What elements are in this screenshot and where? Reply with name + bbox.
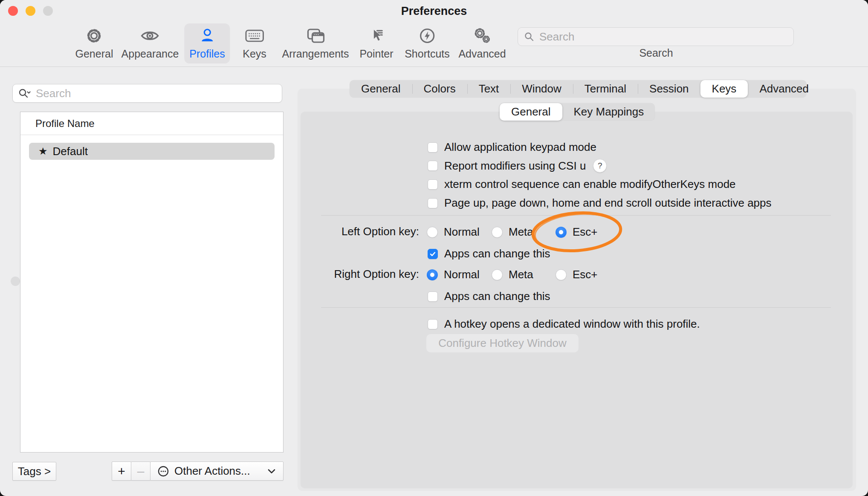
checkbox-label: xterm control sequence can enable modify… [444,178,736,191]
toolbar-item-label: Arrangements [282,48,349,60]
checkbox-right-apps-can-change[interactable]: Apps can change this [428,290,550,303]
radio-right-meta[interactable]: Meta [492,268,533,281]
check-icon [429,250,437,258]
toolbar-item-shortcuts[interactable]: Shortcuts [399,23,455,63]
radio-label: Meta [509,268,533,281]
toolbar-item-label: General [75,48,113,60]
tab-keys[interactable]: Keys [700,80,748,98]
profile-tab-bar: General Colors Text Window Terminal Sess… [350,80,807,98]
toolbar-item-profiles[interactable]: Profiles [184,23,230,63]
search-menu-icon [18,88,31,99]
window-edge-dot [11,277,20,286]
radio-left-meta[interactable]: Meta [492,225,533,239]
tab-colors[interactable]: Colors [412,80,467,98]
profile-name: Default [53,145,88,158]
toolbar-item-label: Keys [243,48,266,60]
checkbox-row-modifyotherkeys[interactable]: xterm control sequence can enable modify… [428,178,736,191]
checkbox-label: Apps can change this [444,290,550,303]
checkbox-row-page-scroll[interactable]: Page up, page down, home and end scroll … [428,196,772,210]
section-divider [321,307,831,308]
gear-icon [84,26,104,46]
tab-advanced[interactable]: Advanced [748,80,820,98]
radio-label: Meta [509,225,533,239]
tab-general[interactable]: General [350,80,412,98]
toolbar-search-field[interactable] [518,27,794,46]
lightning-circle-icon [417,26,437,46]
toolbar-item-appearance[interactable]: Appearance [116,23,184,63]
add-profile-button[interactable]: + [112,461,131,481]
radio-unchecked-icon[interactable] [492,269,503,280]
profile-row-default[interactable]: ★ Default [29,143,275,160]
checkbox-label: A hotkey opens a dedicated window with t… [444,317,700,331]
search-icon [524,32,534,42]
toolbar-item-advanced[interactable]: Advanced [453,23,511,63]
toolbar-item-keys[interactable]: Keys [237,23,272,63]
tab-session[interactable]: Session [638,80,700,98]
right-option-key-label: Right Option key: [298,268,419,281]
keys-subtab-bar: General Key Mappings [500,103,655,121]
other-actions-dropdown[interactable]: Other Actions... [150,461,284,481]
radio-checked-icon[interactable] [556,227,567,238]
toolbar-search-input[interactable] [538,30,787,44]
checkbox-row-keypad-mode[interactable]: Allow application keypad mode [428,141,596,154]
windows-icon [306,26,325,46]
checkbox-unchecked-icon[interactable] [428,161,438,171]
checkbox-row-csi-u[interactable]: Report modifiers using CSI u ? [428,159,607,173]
eye-icon [140,26,160,46]
section-divider [321,215,831,216]
tab-terminal[interactable]: Terminal [573,80,638,98]
radio-left-esc[interactable]: Esc+ [556,225,598,239]
chevron-down-icon [267,468,276,475]
radio-checked-icon[interactable] [427,269,438,280]
checkbox-label: Allow application keypad mode [444,141,596,154]
tags-button[interactable]: Tags > [12,462,56,481]
left-option-key-label: Left Option key: [298,225,419,238]
toolbar-item-pointer[interactable]: Pointer [354,23,398,63]
radio-unchecked-icon[interactable] [556,269,567,280]
person-icon [197,26,217,46]
radio-unchecked-icon[interactable] [427,227,438,238]
tab-text[interactable]: Text [467,80,511,98]
radio-right-esc[interactable]: Esc+ [556,268,598,281]
star-icon: ★ [38,146,48,156]
ellipsis-circle-icon [157,465,169,477]
checkbox-unchecked-icon[interactable] [428,291,438,302]
preferences-window: Preferences General Appearance [0,0,868,496]
checkbox-unchecked-icon[interactable] [428,179,438,190]
toolbar-item-label: Profiles [189,48,225,60]
radio-left-normal[interactable]: Normal [427,225,480,239]
radio-label: Esc+ [573,225,598,239]
configure-hotkey-window-button[interactable]: Configure Hotkey Window [426,334,579,352]
profile-list: Profile Name ★ Default [20,112,284,453]
checkbox-label: Apps can change this [444,247,550,260]
toolbar-item-general[interactable]: General [70,23,119,63]
toolbar-item-label: Appearance [122,48,179,60]
profile-search-input[interactable] [35,87,277,101]
titlebar: Preferences General Appearance [0,0,868,67]
subtab-key-mappings[interactable]: Key Mappings [562,103,656,121]
checkbox-unchecked-icon[interactable] [428,319,438,329]
window-title: Preferences [0,5,868,18]
help-button[interactable]: ? [593,159,607,173]
radio-right-normal[interactable]: Normal [427,268,480,281]
tab-window[interactable]: Window [510,80,573,98]
toolbar-item-arrangements[interactable]: Arrangements [277,23,354,63]
checkbox-unchecked-icon[interactable] [428,198,438,208]
checkbox-label: Page up, page down, home and end scroll … [444,196,772,210]
profile-list-header: Profile Name [20,112,283,135]
checkbox-unchecked-icon[interactable] [428,142,438,153]
profile-search-field[interactable] [12,84,282,103]
keyboard-icon [245,26,264,46]
toolbar-search-caption: Search [639,47,673,59]
radio-label: Normal [444,268,480,281]
gears-icon [472,26,492,46]
other-actions-label: Other Actions... [174,464,250,478]
checkbox-checked-icon[interactable] [428,249,438,259]
toolbar-item-label: Advanced [458,48,506,60]
radio-label: Normal [444,225,480,239]
checkbox-hotkey-window[interactable]: A hotkey opens a dedicated window with t… [428,317,700,331]
checkbox-label: Report modifiers using CSI u [444,159,586,173]
checkbox-left-apps-can-change[interactable]: Apps can change this [428,247,550,260]
subtab-general[interactable]: General [500,103,562,121]
radio-unchecked-icon[interactable] [492,227,503,238]
